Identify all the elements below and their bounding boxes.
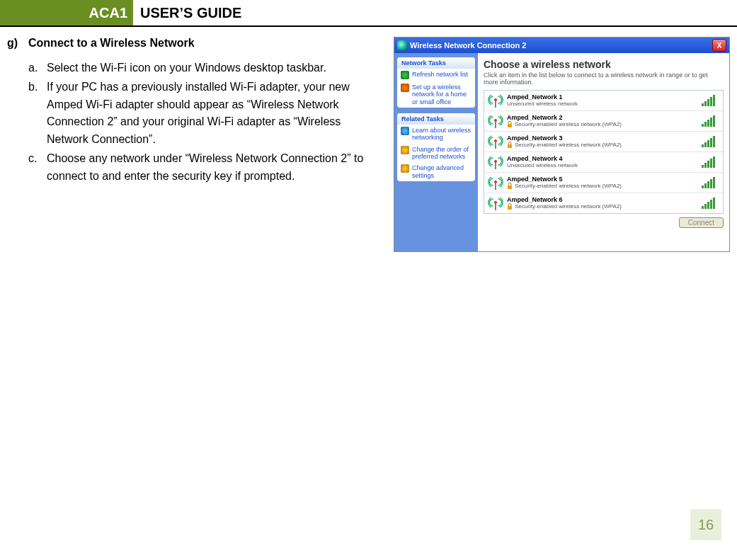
step-text: Select the Wi-Fi icon on your Windows de… <box>47 59 379 77</box>
network-security-text: Security-enabled wireless network (WPA2) <box>515 183 622 189</box>
xp-window: Wireless Network Connection 2 X Network … <box>394 38 729 251</box>
svg-point-0 <box>494 98 497 101</box>
svg-rect-4 <box>508 124 512 127</box>
svg-rect-7 <box>508 144 512 148</box>
signal-bars-icon <box>702 136 720 147</box>
antenna-icon <box>487 195 504 211</box>
task-learn[interactable]: Learn about wireless networking <box>397 125 475 144</box>
network-security-text: Unsecured wireless network <box>507 101 578 107</box>
connect-button[interactable]: Connect <box>679 217 724 228</box>
antenna-icon <box>487 113 504 129</box>
network-security: Unsecured wireless network <box>507 101 699 107</box>
network-name: Amped_Network 4 <box>507 156 699 163</box>
svg-point-2 <box>494 119 497 122</box>
task-learn-label: Learn about wireless networking <box>412 127 472 142</box>
network-security: Security-enabled wireless network (WPA2) <box>507 203 699 210</box>
svg-point-8 <box>494 160 497 163</box>
signal-bars-icon <box>702 198 720 209</box>
network-list: Amped_Network 1Unsecured wireless networ… <box>484 90 724 214</box>
network-item[interactable]: Amped_Network 6Security-enabled wireless… <box>484 193 723 213</box>
step-item: b.If your PC has a previously installed … <box>28 79 379 149</box>
network-name: Amped_Network 1 <box>507 94 699 101</box>
network-security-text: Security-enabled wireless network (WPA2) <box>515 142 622 148</box>
antenna-icon <box>487 134 504 149</box>
svg-rect-12 <box>508 185 512 189</box>
network-info: Amped_Network 3Security-enabled wireless… <box>507 135 699 149</box>
section-title: Connect to a Wireless Network <box>28 37 195 50</box>
svg-point-5 <box>494 139 497 142</box>
close-icon: X <box>717 42 722 50</box>
network-name: Amped_Network 3 <box>507 135 699 142</box>
step-marker: c. <box>28 150 47 185</box>
antenna-icon <box>487 93 504 108</box>
step-item: c.Choose any network under “Wireless Net… <box>28 150 379 185</box>
xp-window-title: Wireless Network Connection 2 <box>410 41 712 50</box>
network-item[interactable]: Amped_Network 3Security-enabled wireless… <box>484 132 723 152</box>
related-tasks-header: Related Tasks <box>397 113 475 125</box>
network-info: Amped_Network 2Security-enabled wireless… <box>507 115 699 128</box>
task-order-label: Change the order of preferred networks <box>412 146 472 161</box>
task-order[interactable]: Change the order of preferred networks <box>397 144 475 163</box>
signal-bars-icon <box>702 177 720 188</box>
order-icon <box>401 146 409 154</box>
advanced-icon <box>401 164 409 173</box>
lock-icon <box>507 183 513 189</box>
network-item[interactable]: Amped_Network 5Security-enabled wireless… <box>484 173 723 193</box>
network-security: Unsecured wireless network <box>507 162 699 168</box>
instructions-column: g) Connect to a Wireless Network a.Selec… <box>7 37 379 252</box>
section-heading: g) Connect to a Wireless Network <box>7 37 379 50</box>
network-info: Amped_Network 5Security-enabled wireless… <box>507 176 699 190</box>
network-security-text: Security-enabled wireless network (WPA2) <box>515 121 622 127</box>
svg-rect-15 <box>508 206 512 210</box>
network-item[interactable]: Amped_Network 4Unsecured wireless networ… <box>484 152 723 173</box>
page-number-value: 16 <box>698 517 714 533</box>
task-refresh[interactable]: Refresh network list <box>397 69 475 81</box>
network-security: Security-enabled wireless network (WPA2) <box>507 121 699 127</box>
network-tasks-panel: Network Tasks Refresh network list Set u… <box>397 57 475 108</box>
connect-label: Connect <box>688 219 714 227</box>
learn-icon <box>401 127 409 135</box>
network-item[interactable]: Amped_Network 2Security-enabled wireless… <box>484 111 723 132</box>
step-list: a.Select the Wi-Fi icon on your Windows … <box>28 59 379 185</box>
network-security: Security-enabled wireless network (WPA2) <box>507 142 699 148</box>
network-security: Security-enabled wireless network (WPA2) <box>507 183 699 189</box>
network-name: Amped_Network 2 <box>507 115 699 122</box>
step-text: If your PC has a previously installed Wi… <box>47 79 379 149</box>
signal-bars-icon <box>702 95 720 106</box>
choose-network-subtitle: Click an item in the list below to conne… <box>484 72 724 86</box>
screenshot-column: Wireless Network Connection 2 X Network … <box>394 37 730 252</box>
refresh-icon <box>401 71 409 79</box>
network-name: Amped_Network 6 <box>507 197 699 204</box>
task-advanced[interactable]: Change advanced settings <box>397 162 475 181</box>
network-security-text: Security-enabled wireless network (WPA2) <box>515 203 622 210</box>
step-marker: b. <box>28 79 47 149</box>
header-product: ACA1 <box>89 5 127 21</box>
task-setup-label: Set up a wireless network for a home or … <box>412 84 472 105</box>
task-refresh-label: Refresh network list <box>412 71 468 78</box>
page-number: 16 <box>690 509 721 540</box>
task-advanced-label: Change advanced settings <box>412 164 472 179</box>
task-setup[interactable]: Set up a wireless network for a home or … <box>397 81 475 108</box>
network-info: Amped_Network 4Unsecured wireless networ… <box>507 156 699 169</box>
close-button[interactable]: X <box>712 39 726 52</box>
header-title-wrap: USER’S GUIDE <box>133 0 737 25</box>
network-info: Amped_Network 1Unsecured wireless networ… <box>507 94 699 108</box>
network-name: Amped_Network 5 <box>507 176 699 183</box>
antenna-icon <box>487 154 504 170</box>
signal-bars-icon <box>702 156 720 168</box>
network-info: Amped_Network 6Security-enabled wireless… <box>507 197 699 210</box>
step-item: a.Select the Wi-Fi icon on your Windows … <box>28 59 379 77</box>
xp-side-panel: Network Tasks Refresh network list Set u… <box>394 53 478 251</box>
network-tasks-header: Network Tasks <box>397 57 475 69</box>
doc-header: ACA1 USER’S GUIDE <box>0 0 737 27</box>
xp-main-pane: Choose a wireless network Click an item … <box>478 53 729 251</box>
related-tasks-panel: Related Tasks Learn about wireless netwo… <box>397 113 475 181</box>
network-security-text: Unsecured wireless network <box>507 162 578 168</box>
choose-network-title: Choose a wireless network <box>484 59 724 70</box>
network-item[interactable]: Amped_Network 1Unsecured wireless networ… <box>484 91 723 111</box>
lock-icon <box>507 203 513 210</box>
lock-icon <box>507 142 513 148</box>
antenna-icon <box>487 175 504 190</box>
xp-titlebar: Wireless Network Connection 2 X <box>394 38 729 53</box>
wifi-app-icon <box>397 40 407 50</box>
